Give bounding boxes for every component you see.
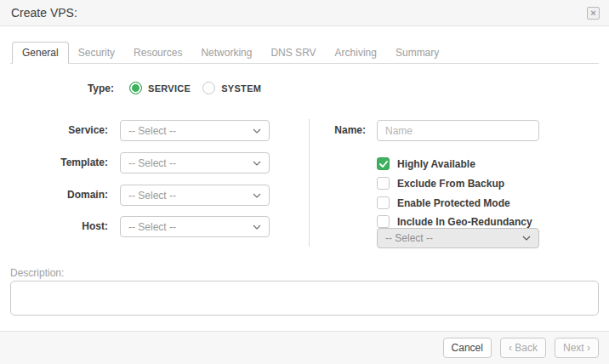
- radio-system[interactable]: [202, 82, 215, 94]
- template-label: Template:: [0, 152, 108, 173]
- service-select[interactable]: -- Select --: [120, 120, 270, 141]
- check-icon: [377, 157, 390, 170]
- dialog-title: Create VPS:: [11, 6, 77, 20]
- template-select-value: -- Select --: [128, 157, 176, 169]
- geo-select-value: -- Select --: [385, 232, 433, 244]
- service-select-value: -- Select --: [128, 125, 176, 137]
- cancel-button[interactable]: Cancel: [443, 338, 492, 358]
- close-icon[interactable]: ×: [587, 7, 600, 20]
- dialog-footer: Cancel ‹ Back Next ›: [0, 331, 609, 364]
- checkbox-box: [377, 177, 390, 190]
- create-vps-dialog: Create VPS: × General Security Resources…: [0, 0, 609, 364]
- description-textarea[interactable]: [10, 281, 599, 316]
- tab-dns-srv[interactable]: DNS SRV: [261, 42, 325, 64]
- service-label: Service:: [0, 120, 108, 141]
- chevron-down-icon: [253, 161, 261, 166]
- checkbox-protected-mode[interactable]: Enable Protected Mode: [377, 196, 510, 209]
- tab-general[interactable]: General: [12, 42, 69, 64]
- chevron-down-icon: [253, 128, 261, 134]
- tab-archiving[interactable]: Archiving: [326, 42, 386, 64]
- back-button[interactable]: ‹ Back: [500, 338, 546, 358]
- checkbox-exclude-backup[interactable]: Exclude From Backup: [377, 177, 504, 190]
- chevron-down-icon: [253, 225, 261, 230]
- template-select[interactable]: -- Select --: [120, 152, 270, 173]
- checkbox-geo-redundancy[interactable]: Include In Geo-Redundancy: [377, 215, 532, 228]
- domain-select[interactable]: -- Select --: [120, 185, 270, 206]
- checkbox-label: Exclude From Backup: [397, 178, 504, 190]
- checkbox-box: [377, 215, 390, 228]
- tab-summary[interactable]: Summary: [386, 42, 448, 64]
- checkbox-label: Include In Geo-Redundancy: [397, 216, 532, 228]
- domain-label: Domain:: [0, 185, 108, 206]
- host-label: Host:: [0, 216, 108, 237]
- name-input[interactable]: [377, 120, 539, 141]
- type-label: Type:: [0, 82, 114, 95]
- radio-service[interactable]: [129, 82, 142, 94]
- checkbox-box: [377, 196, 390, 209]
- name-label: Name:: [281, 120, 366, 141]
- geo-redundancy-select[interactable]: -- Select --: [377, 228, 539, 248]
- checkbox-label: Highly Available: [397, 158, 475, 170]
- tab-resources[interactable]: Resources: [124, 42, 191, 64]
- domain-select-value: -- Select --: [128, 190, 176, 202]
- next-button[interactable]: Next ›: [555, 338, 599, 358]
- checkbox-label: Enable Protected Mode: [397, 197, 510, 209]
- tab-security[interactable]: Security: [69, 42, 124, 64]
- host-select[interactable]: -- Select --: [120, 216, 270, 237]
- chevron-down-icon: [522, 236, 531, 241]
- host-select-value: -- Select --: [128, 221, 176, 233]
- radio-system-label: SYSTEM: [221, 83, 261, 94]
- tab-networking[interactable]: Networking: [191, 42, 261, 64]
- type-radio-group: SERVICE SYSTEM: [129, 82, 273, 94]
- radio-service-label: SERVICE: [148, 83, 191, 94]
- chevron-down-icon: [253, 193, 261, 198]
- tabbar: General Security Resources Networking DN…: [12, 42, 448, 64]
- description-label: Description:: [10, 267, 64, 279]
- checkbox-highly-available[interactable]: Highly Available: [377, 157, 475, 170]
- dialog-header: Create VPS: ×: [0, 0, 609, 26]
